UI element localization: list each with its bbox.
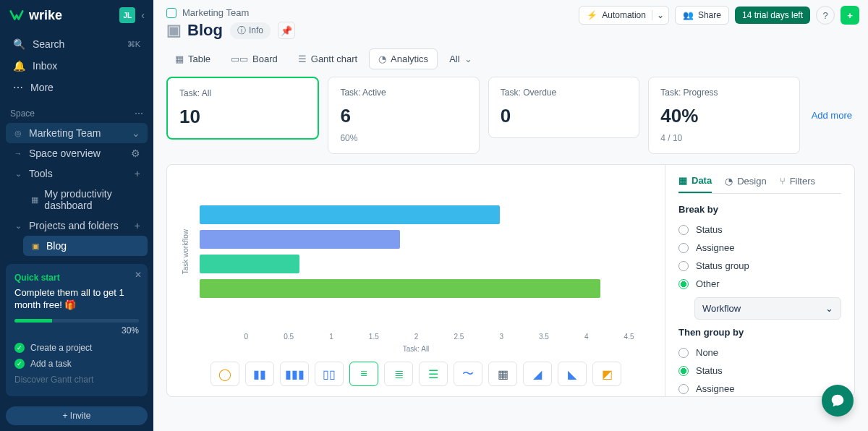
qs-step-2[interactable]: ✓Add a task xyxy=(14,356,139,372)
automation-button[interactable]: ⚡ Automation ⌄ xyxy=(579,6,669,25)
help-button[interactable]: ? xyxy=(816,6,835,25)
tree-tools[interactable]: ⌄ Tools + xyxy=(6,163,148,184)
chart-type-area-stacked[interactable]: ◣ xyxy=(558,362,587,386)
chart-bar[interactable] xyxy=(200,230,400,249)
radio-assignee[interactable]: Assignee xyxy=(678,239,841,257)
space-menu-icon[interactable]: ⋯ xyxy=(135,108,143,119)
radio-status[interactable]: Status xyxy=(678,221,841,239)
add-tool-icon[interactable]: + xyxy=(135,168,140,179)
user-avatar[interactable]: JL xyxy=(119,7,135,23)
chart-type-bar-h-stacked[interactable]: ☰ xyxy=(419,362,448,386)
chat-fab[interactable] xyxy=(822,385,854,417)
search-icon: 🔍 xyxy=(13,38,25,50)
chart-bar[interactable] xyxy=(200,205,500,224)
qs-step-3[interactable]: Discover Gantt chart xyxy=(14,372,139,388)
add-more-link[interactable]: Add more xyxy=(809,110,855,121)
card-task-all[interactable]: Task: All 10 xyxy=(166,77,319,140)
break-by-select[interactable]: Workflow ⌄ xyxy=(694,297,841,320)
info-button[interactable]: ⓘ Info xyxy=(230,22,271,39)
x-tick: 3.5 xyxy=(523,333,566,341)
chevron-down-icon[interactable]: ⌄ xyxy=(652,10,664,20)
analytics-icon: ◔ xyxy=(378,54,386,64)
summary-cards: Task: All 10 Task: Active 6 60% Task: Ov… xyxy=(166,77,855,154)
main: ⚡ Automation ⌄ 👥 Share 14 trial days lef… xyxy=(153,0,868,431)
chart-area: Task workflow 00.511.522.533.544.5 Task:… xyxy=(167,165,665,396)
radio-icon xyxy=(678,279,689,289)
quickstart-progress xyxy=(14,319,139,323)
tab-all[interactable]: All⌄ xyxy=(441,49,480,69)
space-icon: ◎ xyxy=(13,129,23,138)
x-tick: 0 xyxy=(225,333,268,341)
chart-ylabel: Task workflow xyxy=(182,229,190,274)
sidebar: wrike JL ‹ 🔍 Search ⌘K 🔔 Inbox ⋯ More Sp… xyxy=(0,0,153,431)
chevron-down-icon: ⌄ xyxy=(13,221,23,231)
x-tick: 4 xyxy=(565,333,608,341)
grid-icon: ▦ xyxy=(30,195,38,205)
share-button[interactable]: 👥 Share xyxy=(675,6,729,25)
space-overview[interactable]: → Space overview ⚙ xyxy=(6,143,148,163)
design-icon: ◔ xyxy=(725,176,733,187)
card-task-progress[interactable]: Task: Progress 40% 4 / 10 xyxy=(648,77,799,154)
pin-button[interactable]: 📌 xyxy=(278,22,295,39)
radio-other[interactable]: Other xyxy=(678,275,841,293)
chart-type-heatmap[interactable]: ▦ xyxy=(488,362,517,386)
check-icon: ✓ xyxy=(14,359,25,369)
radio-icon xyxy=(678,243,689,253)
radio-icon xyxy=(678,384,689,394)
panel-tab-design[interactable]: ◔Design xyxy=(725,175,766,193)
close-icon[interactable]: ✕ xyxy=(135,270,142,280)
card-task-active[interactable]: Task: Active 6 60% xyxy=(328,77,479,154)
nav-more[interactable]: ⋯ More xyxy=(6,77,148,98)
card-task-overdue[interactable]: Task: Overdue 0 xyxy=(488,77,639,138)
view-tabs: ▦Table ▭▭Board ☰Gantt chart ◔Analytics A… xyxy=(153,48,868,77)
bell-icon: 🔔 xyxy=(13,60,25,72)
project-icon: ▣ xyxy=(166,21,182,40)
board-icon: ▭▭ xyxy=(231,54,248,64)
tab-gantt[interactable]: ☰Gantt chart xyxy=(289,49,366,69)
project-blog[interactable]: ▣ Blog xyxy=(23,236,148,256)
brand-logo[interactable]: wrike xyxy=(9,7,114,23)
chart-type-area[interactable]: ◢ xyxy=(523,362,552,386)
chart-xlabel: Task: All xyxy=(182,345,650,353)
tab-table[interactable]: ▦Table xyxy=(166,49,219,69)
qs-step-1[interactable]: ✓Create a project xyxy=(14,340,139,356)
tab-board[interactable]: ▭▭Board xyxy=(222,49,286,69)
nav-inbox[interactable]: 🔔 Inbox xyxy=(6,55,148,77)
chart-type-column-stacked[interactable]: ▯▯ xyxy=(315,362,344,386)
quickstart-subtitle: Complete them all to get 1 month free! 🎁 xyxy=(14,287,139,312)
chart-type-column[interactable]: ▮▮ xyxy=(245,362,274,386)
tool-dashboard[interactable]: ▦ My productivity dashboard xyxy=(23,184,148,216)
create-button[interactable]: + xyxy=(841,6,859,25)
chart-type-area-100[interactable]: ◩ xyxy=(592,362,621,386)
chevron-down-icon: ⌄ xyxy=(464,54,472,64)
radio-assignee[interactable]: Assignee xyxy=(678,380,841,398)
chevron-down-icon: ⌄ xyxy=(132,127,140,139)
trial-badge[interactable]: 14 trial days left xyxy=(735,7,810,24)
tree-projects[interactable]: ⌄ Projects and folders + xyxy=(6,216,148,236)
gear-icon[interactable]: ⚙ xyxy=(131,148,140,159)
chart-type-bar-h[interactable]: ≡ xyxy=(349,362,378,386)
chart-type-column-grouped[interactable]: ▮▮▮ xyxy=(280,362,309,386)
invite-button[interactable]: + Invite xyxy=(6,406,148,425)
radio-none[interactable]: None xyxy=(678,343,841,362)
chart-type-donut[interactable]: ◯ xyxy=(210,362,239,386)
collapse-sidebar-icon[interactable]: ‹ xyxy=(141,9,145,21)
info-icon: ⓘ xyxy=(237,25,246,37)
chart-bar[interactable] xyxy=(200,255,299,273)
space-icon xyxy=(166,8,176,18)
radio-status-group[interactable]: Status group xyxy=(678,257,841,275)
tab-analytics[interactable]: ◔Analytics xyxy=(369,48,438,69)
panel-tab-filters[interactable]: ⑂Filters xyxy=(780,175,815,193)
chart-type-line[interactable]: 〜 xyxy=(454,362,482,386)
chart-type-bar-h-grouped[interactable]: ≣ xyxy=(384,362,413,386)
x-tick: 2 xyxy=(395,333,438,341)
arrow-icon: → xyxy=(13,149,23,158)
radio-status[interactable]: Status xyxy=(678,362,841,380)
panel-tab-data[interactable]: ▦Data xyxy=(678,175,712,193)
add-project-icon[interactable]: + xyxy=(135,220,140,231)
space-marketing-team[interactable]: ◎ Marketing Team ⌄ xyxy=(6,123,148,143)
chart-bar[interactable] xyxy=(200,279,600,298)
radio-icon xyxy=(678,225,689,235)
nav-search[interactable]: 🔍 Search ⌘K xyxy=(6,33,148,55)
people-icon: 👥 xyxy=(683,10,694,20)
